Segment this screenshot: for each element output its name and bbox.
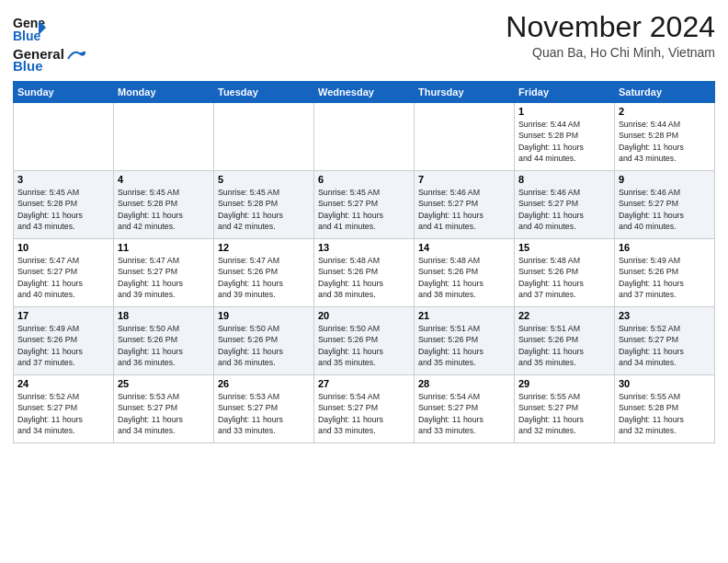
day-number: 18 [118,310,210,321]
day-number: 7 [418,174,510,185]
title-area: November 2024 Quan Ba, Ho Chi Minh, Viet… [506,11,715,60]
day-info: Sunrise: 5:55 AM Sunset: 5:27 PM Dayligh… [518,391,610,436]
logo-blue: Blue [13,58,43,74]
calendar-cell [314,103,415,171]
day-info: Sunrise: 5:48 AM Sunset: 5:26 PM Dayligh… [418,255,510,300]
calendar-cell: 16Sunrise: 5:49 AM Sunset: 5:26 PM Dayli… [615,239,715,307]
day-info: Sunrise: 5:48 AM Sunset: 5:26 PM Dayligh… [318,255,410,300]
calendar-cell [214,103,314,171]
day-info: Sunrise: 5:45 AM Sunset: 5:28 PM Dayligh… [118,187,210,232]
calendar-cell: 23Sunrise: 5:52 AM Sunset: 5:27 PM Dayli… [615,307,715,375]
day-number: 1 [518,106,610,117]
calendar-cell: 20Sunrise: 5:50 AM Sunset: 5:26 PM Dayli… [314,307,415,375]
day-number: 23 [619,310,711,321]
day-info: Sunrise: 5:54 AM Sunset: 5:27 PM Dayligh… [318,391,410,436]
day-number: 8 [518,174,610,185]
day-number: 21 [418,310,510,321]
calendar-cell: 4Sunrise: 5:45 AM Sunset: 5:28 PM Daylig… [114,171,214,239]
day-info: Sunrise: 5:45 AM Sunset: 5:28 PM Dayligh… [17,187,109,232]
calendar-week-row: 3Sunrise: 5:45 AM Sunset: 5:28 PM Daylig… [14,171,715,239]
weekday-header: Tuesday [214,82,314,103]
weekday-header: Sunday [14,82,114,103]
calendar-cell: 8Sunrise: 5:46 AM Sunset: 5:27 PM Daylig… [515,171,615,239]
calendar-cell: 21Sunrise: 5:51 AM Sunset: 5:26 PM Dayli… [415,307,515,375]
logo: General Blue General Blue [13,11,86,74]
month-title: November 2024 [506,11,715,43]
calendar-cell: 18Sunrise: 5:50 AM Sunset: 5:26 PM Dayli… [114,307,214,375]
calendar-cell: 13Sunrise: 5:48 AM Sunset: 5:26 PM Dayli… [314,239,415,307]
calendar-cell: 28Sunrise: 5:54 AM Sunset: 5:27 PM Dayli… [415,375,515,443]
day-info: Sunrise: 5:53 AM Sunset: 5:27 PM Dayligh… [218,391,310,436]
calendar-cell: 17Sunrise: 5:49 AM Sunset: 5:26 PM Dayli… [14,307,114,375]
calendar-cell: 19Sunrise: 5:50 AM Sunset: 5:26 PM Dayli… [214,307,314,375]
day-info: Sunrise: 5:50 AM Sunset: 5:26 PM Dayligh… [318,323,410,368]
day-number: 2 [619,106,711,117]
location: Quan Ba, Ho Chi Minh, Vietnam [506,45,715,60]
svg-text:Blue: Blue [13,29,41,43]
header: General Blue General Blue November 2024 … [13,11,715,74]
calendar-cell: 29Sunrise: 5:55 AM Sunset: 5:27 PM Dayli… [515,375,615,443]
calendar-cell: 25Sunrise: 5:53 AM Sunset: 5:27 PM Dayli… [114,375,214,443]
calendar-cell: 26Sunrise: 5:53 AM Sunset: 5:27 PM Dayli… [214,375,314,443]
logo-icon: General Blue [13,11,46,44]
day-info: Sunrise: 5:49 AM Sunset: 5:26 PM Dayligh… [619,255,711,300]
page: General Blue General Blue November 2024 … [0,0,728,563]
day-number: 16 [619,242,711,253]
calendar-header-row: SundayMondayTuesdayWednesdayThursdayFrid… [14,82,715,103]
day-info: Sunrise: 5:47 AM Sunset: 5:27 PM Dayligh… [118,255,210,300]
day-number: 5 [218,174,310,185]
day-info: Sunrise: 5:50 AM Sunset: 5:26 PM Dayligh… [218,323,310,368]
day-number: 28 [418,378,510,389]
weekday-header: Wednesday [314,82,415,103]
day-info: Sunrise: 5:49 AM Sunset: 5:26 PM Dayligh… [17,323,109,368]
day-info: Sunrise: 5:52 AM Sunset: 5:27 PM Dayligh… [17,391,109,436]
calendar-cell: 12Sunrise: 5:47 AM Sunset: 5:26 PM Dayli… [214,239,314,307]
calendar-table: SundayMondayTuesdayWednesdayThursdayFrid… [13,81,715,443]
day-info: Sunrise: 5:46 AM Sunset: 5:27 PM Dayligh… [418,187,510,232]
day-number: 14 [418,242,510,253]
day-number: 22 [518,310,610,321]
day-number: 12 [218,242,310,253]
day-number: 4 [118,174,210,185]
calendar-cell: 9Sunrise: 5:46 AM Sunset: 5:27 PM Daylig… [615,171,715,239]
day-number: 25 [118,378,210,389]
logo-bird-icon [66,48,86,61]
calendar-cell: 10Sunrise: 5:47 AM Sunset: 5:27 PM Dayli… [14,239,114,307]
calendar-cell: 6Sunrise: 5:45 AM Sunset: 5:27 PM Daylig… [314,171,415,239]
calendar-week-row: 17Sunrise: 5:49 AM Sunset: 5:26 PM Dayli… [14,307,715,375]
calendar-cell: 14Sunrise: 5:48 AM Sunset: 5:26 PM Dayli… [415,239,515,307]
weekday-header: Thursday [415,82,515,103]
day-info: Sunrise: 5:44 AM Sunset: 5:28 PM Dayligh… [619,119,711,164]
day-info: Sunrise: 5:51 AM Sunset: 5:26 PM Dayligh… [418,323,510,368]
calendar-cell: 15Sunrise: 5:48 AM Sunset: 5:26 PM Dayli… [515,239,615,307]
day-info: Sunrise: 5:47 AM Sunset: 5:27 PM Dayligh… [17,255,109,300]
day-info: Sunrise: 5:54 AM Sunset: 5:27 PM Dayligh… [418,391,510,436]
calendar-cell [114,103,214,171]
day-info: Sunrise: 5:47 AM Sunset: 5:26 PM Dayligh… [218,255,310,300]
day-info: Sunrise: 5:46 AM Sunset: 5:27 PM Dayligh… [518,187,610,232]
day-number: 30 [619,378,711,389]
calendar-cell: 24Sunrise: 5:52 AM Sunset: 5:27 PM Dayli… [14,375,114,443]
day-number: 26 [218,378,310,389]
calendar-cell [14,103,114,171]
calendar-cell: 3Sunrise: 5:45 AM Sunset: 5:28 PM Daylig… [14,171,114,239]
day-number: 24 [17,378,109,389]
calendar-cell: 5Sunrise: 5:45 AM Sunset: 5:28 PM Daylig… [214,171,314,239]
day-number: 9 [619,174,711,185]
day-info: Sunrise: 5:52 AM Sunset: 5:27 PM Dayligh… [619,323,711,368]
calendar-cell: 7Sunrise: 5:46 AM Sunset: 5:27 PM Daylig… [415,171,515,239]
day-number: 17 [17,310,109,321]
calendar-cell [415,103,515,171]
calendar-cell: 27Sunrise: 5:54 AM Sunset: 5:27 PM Dayli… [314,375,415,443]
day-info: Sunrise: 5:51 AM Sunset: 5:26 PM Dayligh… [518,323,610,368]
day-info: Sunrise: 5:48 AM Sunset: 5:26 PM Dayligh… [518,255,610,300]
day-info: Sunrise: 5:44 AM Sunset: 5:28 PM Dayligh… [518,119,610,164]
day-info: Sunrise: 5:46 AM Sunset: 5:27 PM Dayligh… [619,187,711,232]
calendar-cell: 11Sunrise: 5:47 AM Sunset: 5:27 PM Dayli… [114,239,214,307]
day-number: 27 [318,378,410,389]
day-number: 6 [318,174,410,185]
calendar-week-row: 24Sunrise: 5:52 AM Sunset: 5:27 PM Dayli… [14,375,715,443]
calendar-cell: 2Sunrise: 5:44 AM Sunset: 5:28 PM Daylig… [615,103,715,171]
day-info: Sunrise: 5:45 AM Sunset: 5:27 PM Dayligh… [318,187,410,232]
calendar-cell: 22Sunrise: 5:51 AM Sunset: 5:26 PM Dayli… [515,307,615,375]
